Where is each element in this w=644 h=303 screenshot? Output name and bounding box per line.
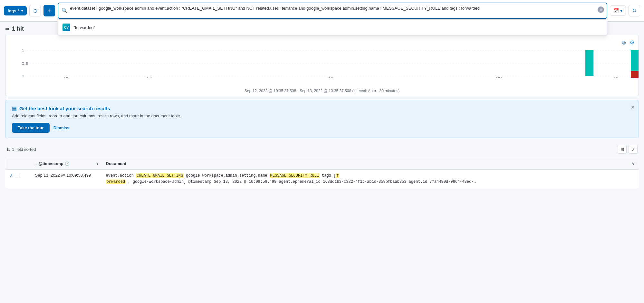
right-icons: 📅 ▾ ↻ xyxy=(610,5,640,16)
logs-chevron-icon: ▾ xyxy=(21,9,23,13)
row-checkbox[interactable] xyxy=(15,173,20,178)
document-chevron-icon: ∨ xyxy=(632,161,635,166)
svg-text:0: 0 xyxy=(22,74,24,78)
forwarded-highlight-f: f xyxy=(336,173,339,178)
calendar-button[interactable]: 📅 ▾ xyxy=(610,5,626,16)
refresh-icon: ↻ xyxy=(632,8,637,14)
table-body: ↗ Sep 13, 2022 @ 10:09:58.499 event.acti… xyxy=(5,170,639,189)
legend-green xyxy=(631,50,639,71)
chart-svg: 1 0.5 0 06 Sep 12, 2022 12 18 00 Sep 13,… xyxy=(22,49,631,78)
results-table: ↓ @timestamp 🕐 ∨ Document ∨ xyxy=(5,158,639,189)
chart-settings-icon[interactable]: ⚙ xyxy=(630,39,635,46)
chart-area: 1 0.5 0 06 Sep 12, 2022 12 18 00 Sep 13,… xyxy=(5,49,639,87)
add-filter-button[interactable]: ＋ xyxy=(43,5,55,16)
autocomplete-value: "forwarded" xyxy=(73,25,95,30)
sort-down-icon: ↓ xyxy=(35,161,37,166)
tour-banner: ✕ ▦ Get the best look at your search res… xyxy=(5,100,639,138)
chart-smiley-icon[interactable]: ☺ xyxy=(621,39,627,46)
banner-grid-icon: ▦ xyxy=(12,105,17,112)
sort-text: 1 field sorted xyxy=(12,147,36,152)
sort-arrows-icon: ⇅ xyxy=(6,147,10,152)
th-document: Document ∨ xyxy=(102,158,639,170)
timestamp-value: Sep 13, 2022 @ 10:09:58.499 xyxy=(35,173,91,178)
svg-text:00: 00 xyxy=(496,76,502,78)
banner-actions: Take the tour Dismiss xyxy=(12,123,632,133)
timestamp-chevron-icon: ∨ xyxy=(96,162,98,165)
take-tour-button[interactable]: Take the tour xyxy=(12,123,50,133)
table-view-button[interactable]: ⊞ xyxy=(618,145,627,154)
banner-title: Get the best look at your search results xyxy=(19,106,110,111)
clock-icon: 🕐 xyxy=(65,161,70,166)
sort-row: ⇅ 1 field sorted ⊞ ⤢ xyxy=(5,142,639,156)
legend-red xyxy=(631,71,639,78)
filter-icon-button[interactable]: ⊙ xyxy=(29,5,41,16)
remaining-doc: , google-workspace-admin] @timestamp Sep… xyxy=(128,180,476,184)
chart-bar xyxy=(585,50,593,76)
table-header: ↓ @timestamp 🕐 ∨ Document ∨ xyxy=(5,158,639,170)
svg-text:06: 06 xyxy=(64,76,70,78)
forwarded-highlight-orwarded: orwarded xyxy=(106,180,126,184)
banner-description: Add relevant fields, reorder and sort co… xyxy=(12,113,632,118)
logs-dropdown-button[interactable]: logs-* ▾ xyxy=(4,6,27,15)
th-controls xyxy=(5,158,31,170)
banner-title-row: ▦ Get the best look at your search resul… xyxy=(12,105,632,112)
search-query-text: event.dataset : google_workspace.admin a… xyxy=(70,5,595,12)
plus-icon: ＋ xyxy=(47,7,52,14)
chart-time-label: Sep 12, 2022 @ 10:35:37.508 - Sep 13, 20… xyxy=(5,87,639,93)
autocomplete-logo: CV xyxy=(62,24,70,31)
calendar-chevron-icon: ▾ xyxy=(620,8,622,13)
filter-icon: ⊙ xyxy=(33,8,37,14)
search-icon: 🔍 xyxy=(62,8,68,14)
document-col-label: Document xyxy=(106,161,127,166)
hits-count: 1 hit xyxy=(12,25,24,32)
sort-icons: ⊞ ⤢ xyxy=(618,145,638,154)
logs-label: logs-* xyxy=(8,8,19,13)
top-bar: logs-* ▾ ⊙ ＋ 🔍 event.dataset : google_wo… xyxy=(0,0,644,22)
autocomplete-item[interactable]: CV "forwarded" xyxy=(58,21,607,34)
svg-text:1: 1 xyxy=(22,49,24,53)
timestamp-cell: Sep 13, 2022 @ 10:09:58.499 xyxy=(31,170,102,189)
document-cell: event.action CREATE_GMAIL_SETTING google… xyxy=(102,170,639,189)
chart-top-bar: ☺ ⚙ xyxy=(5,39,639,49)
svg-text:18: 18 xyxy=(328,76,333,78)
message-security-rule-highlight: MESSAGE_SECURITY_RULE xyxy=(270,173,320,178)
main-content: ⇒ 1 hit ☺ ⚙ 1 0.5 0 06 Sep 12 xyxy=(0,22,644,303)
create-gmail-setting-highlight: CREATE_GMAIL_SETTING xyxy=(136,173,184,178)
svg-text:12: 12 xyxy=(146,76,152,78)
setting-name-label: google_workspace.admin.setting.name xyxy=(186,173,269,178)
calendar-icon: 📅 xyxy=(613,8,619,13)
chart-container: ☺ ⚙ 1 0.5 0 06 Sep 12, 2022 12 18 xyxy=(5,35,639,96)
sort-label[interactable]: ⇅ 1 field sorted xyxy=(6,147,36,152)
fullscreen-button[interactable]: ⤢ xyxy=(629,145,638,154)
th-timestamp[interactable]: ↓ @timestamp 🕐 ∨ xyxy=(31,158,102,170)
expand-row-button[interactable]: ↗ xyxy=(9,173,13,178)
timestamp-col-label: @timestamp xyxy=(38,161,63,166)
tags-label: tags [ xyxy=(322,173,336,178)
event-action-label: event.action xyxy=(106,173,134,178)
dismiss-button[interactable]: Dismiss xyxy=(53,125,70,130)
row-controls-cell: ↗ xyxy=(5,170,31,189)
chart-legend xyxy=(631,49,639,78)
search-clear-button[interactable]: ✕ xyxy=(598,6,604,13)
refresh-button[interactable]: ↻ xyxy=(629,5,640,16)
svg-text:0.5: 0.5 xyxy=(22,62,29,65)
banner-close-button[interactable]: ✕ xyxy=(630,104,635,110)
document-content: event.action CREATE_GMAIL_SETTING google… xyxy=(106,173,635,185)
autocomplete-dropdown: CV "forwarded" xyxy=(58,19,607,35)
menu-icon[interactable]: ⇒ xyxy=(5,26,9,32)
search-wrapper: 🔍 event.dataset : google_workspace.admin… xyxy=(58,3,607,19)
table-row: ↗ Sep 13, 2022 @ 10:09:58.499 event.acti… xyxy=(5,170,639,189)
search-box[interactable]: 🔍 event.dataset : google_workspace.admin… xyxy=(58,3,607,19)
svg-text:06: 06 xyxy=(614,76,620,78)
